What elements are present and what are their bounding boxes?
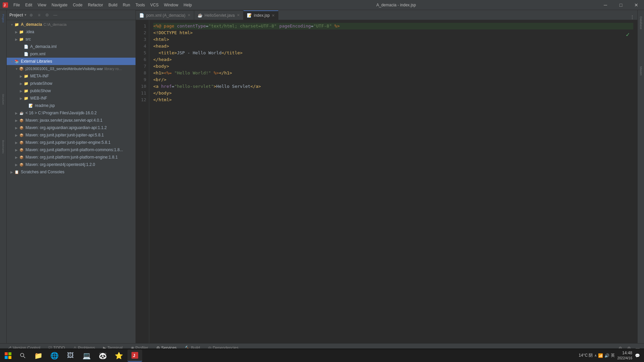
search-button[interactable] — [16, 350, 30, 362]
editor-area: 📄 pom.xml (A_demacia) ✕ ☕ HelloServlet.j… — [136, 10, 637, 343]
jdk-expand-arrow[interactable]: ▶ — [14, 111, 19, 115]
maven7-expand-arrow[interactable]: ▶ — [14, 163, 19, 167]
taskbar-clock[interactable]: 14:48 2022/4/16 — [618, 351, 633, 360]
metainf-expand-arrow[interactable]: ▶ — [19, 74, 23, 78]
start-button[interactable] — [1, 350, 15, 362]
maven2-expand-arrow[interactable]: ▶ — [14, 126, 19, 130]
bookmarks-tool-icon[interactable]: Bookmarks — [0, 140, 7, 154]
scratches-expand-arrow[interactable]: ▶ — [9, 170, 14, 174]
maven6-expand-arrow[interactable]: ▶ — [14, 156, 19, 159]
tab-settings-icon[interactable]: ⋮ — [630, 14, 635, 20]
taskbar-intellij[interactable]: J — [127, 350, 142, 362]
tree-iml-item[interactable]: ▶ 📄 A_demacia.iml — [7, 43, 136, 50]
privateshow-label: privateShow — [30, 81, 52, 86]
tray-expand-icon[interactable]: ∧ — [594, 354, 597, 357]
tree-jdk-item[interactable]: ▶ ☕ < 16 > C:\Program Files\Java\jdk-16.… — [7, 109, 136, 117]
webinf-icon: 📁 — [23, 96, 29, 101]
tree-root-item[interactable]: ▾ 📁 A_demacia C:\A_demacia — [7, 21, 136, 28]
jdk-icon: ☕ — [19, 110, 24, 116]
tree-readmejsp-item[interactable]: ▶ 📝 readme.jsp — [7, 102, 136, 109]
tree-maven5-item[interactable]: ▶ 📦 Maven: org.junit.platform:junit-plat… — [7, 146, 136, 154]
publicshow-expand-arrow[interactable]: ▶ — [19, 89, 23, 93]
settings-icon[interactable]: ⚙ — [44, 12, 51, 18]
close-button[interactable]: ✕ — [629, 0, 644, 10]
tab-helloservlet-close[interactable]: ✕ — [237, 13, 240, 17]
tab-indexjsp-close[interactable]: ✕ — [272, 13, 275, 18]
taskbar-star[interactable]: ⭐ — [111, 350, 126, 362]
code-editor[interactable]: <%@ page contentType="text/html; charset… — [149, 20, 637, 343]
tree-scratches-item[interactable]: ▶ 📋 Scratches and Consoles — [7, 168, 136, 176]
taskbar-panda[interactable]: 🐼 — [95, 350, 110, 362]
tree-src-item[interactable]: ▶ 📁 src — [7, 36, 136, 43]
minimize-button[interactable]: ─ — [598, 0, 613, 10]
pom-icon: 📄 — [23, 51, 29, 57]
tree-maven3-item[interactable]: ▶ 📦 Maven: org.junit.jupiter:junit-jupit… — [7, 131, 136, 139]
menu-help[interactable]: Help — [181, 0, 195, 10]
menu-view[interactable]: View — [35, 0, 49, 10]
collapse-icon[interactable]: ≡ — [36, 12, 43, 18]
maven4-expand-arrow[interactable]: ▶ — [14, 141, 19, 144]
privateshow-expand-arrow[interactable]: ▶ — [19, 82, 23, 85]
maximize-button[interactable]: □ — [613, 0, 629, 10]
tree-webinf-item[interactable]: ▶ 📁 WEB-INF — [7, 95, 136, 102]
tab-helloservlet[interactable]: ☕ HelloServlet.java ✕ — [194, 10, 244, 20]
tab-pom-close[interactable]: ✕ — [187, 13, 191, 17]
maven3-expand-arrow[interactable]: ▶ — [14, 133, 19, 137]
menu-file[interactable]: File — [11, 0, 22, 10]
src-expand-arrow[interactable]: ▶ — [14, 38, 19, 41]
tab-indexjsp[interactable]: 📝 index.jsp ✕ — [244, 10, 278, 20]
hide-icon[interactable]: — — [52, 12, 59, 18]
tree-maven4-item[interactable]: ▶ 📦 Maven: org.junit.jupiter:junit-jupit… — [7, 139, 136, 146]
project-tool-icon[interactable]: Project — [0, 11, 7, 25]
tree-metainf-item[interactable]: ▶ 📁 META-INF — [7, 72, 136, 80]
locate-icon[interactable]: ⊕ — [28, 12, 35, 18]
war-expand-arrow[interactable]: ▾ — [14, 67, 19, 71]
tree-idea-item[interactable]: ▶ 📁 .idea — [7, 28, 136, 36]
extlibs-expand-arrow[interactable]: ▾ — [9, 60, 14, 63]
menu-window[interactable]: Window — [161, 0, 181, 10]
maven4-icon: 📦 — [19, 140, 24, 145]
menu-run[interactable]: Run — [120, 0, 133, 10]
tray-weather: 14°C 阴 — [579, 353, 593, 358]
maven3-icon: 📦 — [19, 132, 24, 138]
tree-publicshow-item[interactable]: ▶ 📁 publicShow — [7, 87, 136, 95]
menu-build[interactable]: Build — [106, 0, 120, 10]
menu-tools[interactable]: Tools — [133, 0, 148, 10]
taskbar-explorer[interactable]: 📁 — [31, 350, 46, 362]
tray-input-icon[interactable]: 英 — [611, 353, 615, 358]
tree-maven6-item[interactable]: ▶ 📦 Maven: org.junit.platform:junit-plat… — [7, 154, 136, 161]
tray-volume-icon[interactable]: 🔊 — [604, 353, 609, 358]
project-dropdown-icon[interactable]: ▾ — [24, 13, 26, 17]
svg-rect-3 — [8, 352, 11, 355]
tree-privateshow-item[interactable]: ▶ 📁 privateShow — [7, 80, 136, 87]
tree-pom-item[interactable]: ▶ 📄 pom.xml — [7, 50, 136, 58]
tab-pom[interactable]: 📄 pom.xml (A_demacia) ✕ — [136, 10, 194, 20]
tree-maven1-item[interactable]: ▶ 📦 Maven: javax.servlet:javax.servlet-a… — [7, 117, 136, 124]
webinf-expand-arrow[interactable]: ▶ — [19, 97, 23, 100]
project-panel-header: Project ▾ ⊕ ≡ ⚙ — — [7, 10, 136, 20]
maven5-expand-arrow[interactable]: ▶ — [14, 148, 19, 152]
menu-vcs[interactable]: VCS — [148, 0, 161, 10]
database-panel-icon[interactable]: Database — [638, 13, 644, 33]
menu-navigate[interactable]: Navigate — [49, 0, 70, 10]
taskbar-photos[interactable]: 🖼 — [63, 350, 78, 362]
tree-external-libs-item[interactable]: ▾ 📚 External Libraries — [7, 58, 136, 65]
taskbar-term[interactable]: 💻 — [79, 350, 94, 362]
tree-war-item[interactable]: ▾ 📦 j2019001001_03_servletAttributeVisib… — [7, 65, 136, 72]
menu-edit[interactable]: Edit — [22, 0, 35, 10]
idea-expand-arrow[interactable]: ▶ — [14, 30, 19, 34]
tree-maven2-item[interactable]: ▶ 📦 Maven: org.apiguardian:apiguardian-a… — [7, 124, 136, 131]
taskbar-edge[interactable]: 🌐 — [47, 350, 62, 362]
menu-code[interactable]: Code — [70, 0, 85, 10]
root-expand-arrow[interactable]: ▾ — [9, 23, 14, 26]
structure-tool-icon[interactable]: Structure — [0, 93, 7, 106]
notification-center-icon[interactable]: 💬 — [635, 353, 640, 358]
maven3-label: Maven: org.junit.jupiter:junit-jupiter-a… — [25, 133, 104, 137]
tree-maven7-item[interactable]: ▶ 📦 Maven: org.opentest4j:opentest4j:1.2… — [7, 161, 136, 168]
menu-refactor[interactable]: Refactor — [85, 0, 106, 10]
maven-panel-icon[interactable]: Maven — [638, 61, 644, 81]
tab-indexjsp-label: index.jsp — [254, 13, 270, 18]
pom-label: pom.xml — [30, 52, 45, 56]
maven1-expand-arrow[interactable]: ▶ — [14, 119, 19, 122]
tray-network-icon[interactable]: 📶 — [598, 353, 603, 358]
